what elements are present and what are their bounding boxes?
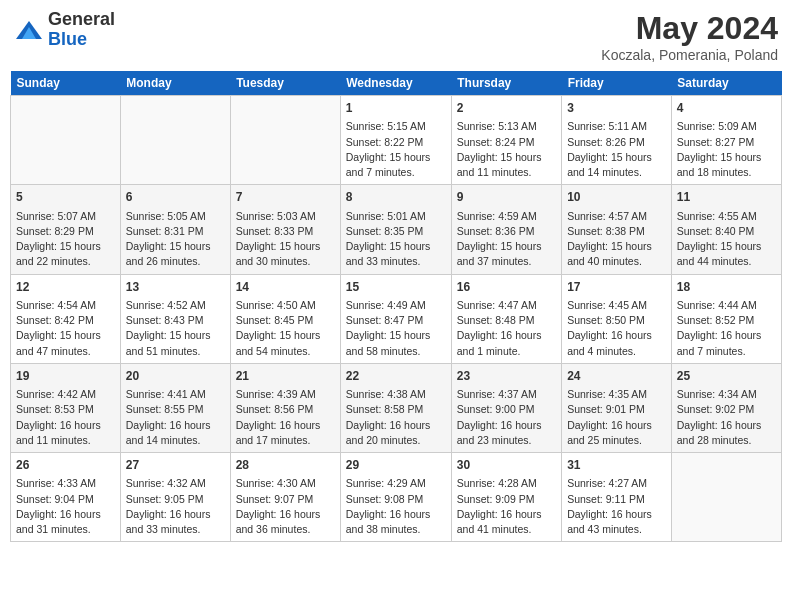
day-info: and 28 minutes.	[677, 433, 776, 448]
calendar-cell: 26Sunrise: 4:33 AMSunset: 9:04 PMDayligh…	[11, 453, 121, 542]
calendar-cell: 20Sunrise: 4:41 AMSunset: 8:55 PMDayligh…	[120, 363, 230, 452]
day-info: Sunset: 9:09 PM	[457, 492, 556, 507]
day-info: Sunset: 8:36 PM	[457, 224, 556, 239]
day-info: Daylight: 16 hours	[346, 418, 446, 433]
day-number: 1	[346, 100, 446, 117]
day-info: and 47 minutes.	[16, 344, 115, 359]
day-info: Sunrise: 4:45 AM	[567, 298, 666, 313]
day-info: and 33 minutes.	[126, 522, 225, 537]
day-info: and 33 minutes.	[346, 254, 446, 269]
day-info: Sunset: 9:07 PM	[236, 492, 335, 507]
day-info: Daylight: 16 hours	[457, 507, 556, 522]
day-info: Daylight: 16 hours	[16, 507, 115, 522]
day-info: and 58 minutes.	[346, 344, 446, 359]
day-info: Sunrise: 4:44 AM	[677, 298, 776, 313]
day-info: Daylight: 16 hours	[346, 507, 446, 522]
day-info: Sunrise: 5:01 AM	[346, 209, 446, 224]
day-info: Sunset: 9:04 PM	[16, 492, 115, 507]
day-info: and 22 minutes.	[16, 254, 115, 269]
calendar-cell: 8Sunrise: 5:01 AMSunset: 8:35 PMDaylight…	[340, 185, 451, 274]
day-info: Daylight: 16 hours	[457, 328, 556, 343]
calendar-cell: 21Sunrise: 4:39 AMSunset: 8:56 PMDayligh…	[230, 363, 340, 452]
day-info: Daylight: 16 hours	[457, 418, 556, 433]
calendar-cell: 12Sunrise: 4:54 AMSunset: 8:42 PMDayligh…	[11, 274, 121, 363]
day-info: Sunset: 8:53 PM	[16, 402, 115, 417]
day-info: Sunrise: 5:03 AM	[236, 209, 335, 224]
day-number: 12	[16, 279, 115, 296]
day-info: Sunset: 8:31 PM	[126, 224, 225, 239]
calendar-cell: 3Sunrise: 5:11 AMSunset: 8:26 PMDaylight…	[562, 96, 672, 185]
page-header: General Blue May 2024 Koczala, Pomerania…	[10, 10, 782, 63]
calendar-cell: 24Sunrise: 4:35 AMSunset: 9:01 PMDayligh…	[562, 363, 672, 452]
calendar-cell: 1Sunrise: 5:15 AMSunset: 8:22 PMDaylight…	[340, 96, 451, 185]
col-header-tuesday: Tuesday	[230, 71, 340, 96]
calendar-cell	[671, 453, 781, 542]
day-info: and 25 minutes.	[567, 433, 666, 448]
title-block: May 2024 Koczala, Pomerania, Poland	[601, 10, 778, 63]
day-info: Daylight: 15 hours	[677, 150, 776, 165]
day-info: and 23 minutes.	[457, 433, 556, 448]
logo-general-text: General	[48, 9, 115, 29]
day-info: Sunrise: 4:42 AM	[16, 387, 115, 402]
day-info: Sunrise: 4:41 AM	[126, 387, 225, 402]
day-info: Daylight: 16 hours	[126, 507, 225, 522]
day-info: Daylight: 15 hours	[236, 328, 335, 343]
day-info: Sunrise: 5:11 AM	[567, 119, 666, 134]
day-number: 29	[346, 457, 446, 474]
day-info: Sunset: 8:58 PM	[346, 402, 446, 417]
day-number: 5	[16, 189, 115, 206]
day-info: Sunset: 8:40 PM	[677, 224, 776, 239]
calendar-cell: 30Sunrise: 4:28 AMSunset: 9:09 PMDayligh…	[451, 453, 561, 542]
calendar-cell: 7Sunrise: 5:03 AMSunset: 8:33 PMDaylight…	[230, 185, 340, 274]
calendar-cell: 4Sunrise: 5:09 AMSunset: 8:27 PMDaylight…	[671, 96, 781, 185]
day-info: Sunset: 9:02 PM	[677, 402, 776, 417]
day-info: and 7 minutes.	[677, 344, 776, 359]
day-info: and 51 minutes.	[126, 344, 225, 359]
day-number: 3	[567, 100, 666, 117]
day-info: and 7 minutes.	[346, 165, 446, 180]
day-number: 4	[677, 100, 776, 117]
day-info: Daylight: 15 hours	[567, 239, 666, 254]
week-row: 19Sunrise: 4:42 AMSunset: 8:53 PMDayligh…	[11, 363, 782, 452]
day-info: Sunset: 8:45 PM	[236, 313, 335, 328]
day-info: Sunrise: 4:49 AM	[346, 298, 446, 313]
logo-blue-text: Blue	[48, 29, 87, 49]
day-info: Daylight: 15 hours	[16, 328, 115, 343]
day-info: and 11 minutes.	[16, 433, 115, 448]
day-number: 21	[236, 368, 335, 385]
day-info: and 44 minutes.	[677, 254, 776, 269]
day-info: Sunset: 8:52 PM	[677, 313, 776, 328]
day-info: Sunrise: 4:57 AM	[567, 209, 666, 224]
day-info: Sunrise: 4:39 AM	[236, 387, 335, 402]
day-info: Daylight: 15 hours	[346, 328, 446, 343]
day-info: Daylight: 15 hours	[677, 239, 776, 254]
calendar-cell: 10Sunrise: 4:57 AMSunset: 8:38 PMDayligh…	[562, 185, 672, 274]
day-number: 2	[457, 100, 556, 117]
day-number: 9	[457, 189, 556, 206]
day-info: Sunrise: 4:59 AM	[457, 209, 556, 224]
calendar-table: SundayMondayTuesdayWednesdayThursdayFrid…	[10, 71, 782, 542]
day-info: Daylight: 15 hours	[346, 150, 446, 165]
day-info: Daylight: 16 hours	[567, 418, 666, 433]
day-info: Daylight: 16 hours	[16, 418, 115, 433]
calendar-cell: 17Sunrise: 4:45 AMSunset: 8:50 PMDayligh…	[562, 274, 672, 363]
day-info: Sunrise: 5:07 AM	[16, 209, 115, 224]
day-info: Sunset: 8:27 PM	[677, 135, 776, 150]
day-number: 25	[677, 368, 776, 385]
day-info: Sunrise: 4:52 AM	[126, 298, 225, 313]
day-info: and 37 minutes.	[457, 254, 556, 269]
day-info: Sunset: 8:33 PM	[236, 224, 335, 239]
calendar-cell	[11, 96, 121, 185]
col-header-friday: Friday	[562, 71, 672, 96]
day-info: and 31 minutes.	[16, 522, 115, 537]
day-info: and 54 minutes.	[236, 344, 335, 359]
day-info: Daylight: 15 hours	[567, 150, 666, 165]
day-info: and 17 minutes.	[236, 433, 335, 448]
day-info: and 26 minutes.	[126, 254, 225, 269]
day-info: Sunset: 8:26 PM	[567, 135, 666, 150]
day-info: Sunset: 8:48 PM	[457, 313, 556, 328]
day-number: 22	[346, 368, 446, 385]
day-info: Sunset: 8:38 PM	[567, 224, 666, 239]
day-info: Sunrise: 4:34 AM	[677, 387, 776, 402]
day-info: Sunrise: 4:38 AM	[346, 387, 446, 402]
